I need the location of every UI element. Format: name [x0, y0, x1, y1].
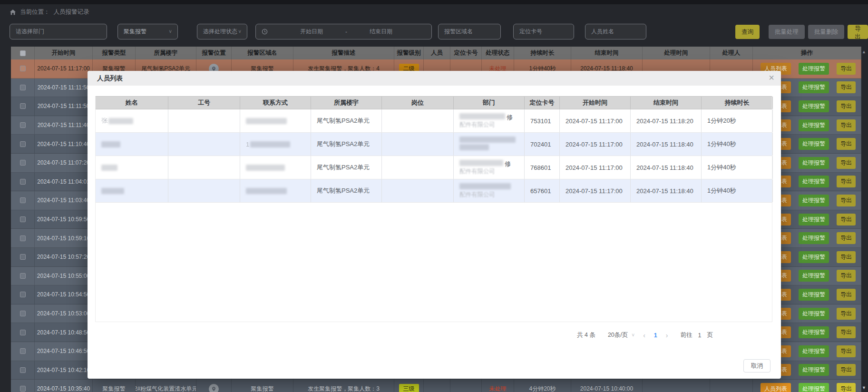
- export-row-button[interactable]: 导出: [837, 100, 856, 112]
- row-checkbox[interactable]: [20, 386, 26, 392]
- row-checkbox[interactable]: [20, 292, 26, 297]
- cancel-button[interactable]: 取消: [743, 359, 770, 372]
- process-alarm-button[interactable]: 处理报警: [799, 195, 829, 206]
- process-alarm-button[interactable]: 处理报警: [799, 251, 829, 263]
- process-alarm-button[interactable]: 处理报警: [799, 100, 829, 112]
- export-row-button[interactable]: 导出: [837, 308, 856, 320]
- redacted-text: [246, 165, 285, 171]
- row-checkbox[interactable]: [20, 197, 26, 203]
- department-line2: 配件有限公司: [459, 121, 513, 128]
- scroll-down-arrow[interactable]: ▼: [862, 385, 866, 390]
- goto-page-input[interactable]: 1: [698, 332, 701, 339]
- person-name-input[interactable]: 人员姓名: [585, 24, 646, 39]
- status-select[interactable]: 选择处理状态˅: [197, 24, 247, 39]
- alarm-area-input[interactable]: 报警区域名: [438, 24, 501, 39]
- export-row-button[interactable]: 导出: [837, 157, 856, 169]
- process-alarm-button[interactable]: 处理报警: [799, 157, 829, 169]
- location-pin-icon[interactable]: [209, 384, 219, 392]
- name-cell: [96, 156, 168, 179]
- process-alarm-button[interactable]: 处理报警: [799, 289, 829, 301]
- process-alarm-button[interactable]: 处理报警: [799, 326, 829, 338]
- export-row-button[interactable]: 导出: [837, 270, 856, 282]
- alarm-type-value: 聚集报警: [124, 28, 146, 36]
- personnel-column-header: 姓名: [96, 97, 168, 109]
- row-checkbox-cell: [11, 285, 35, 304]
- page-number-1[interactable]: 1: [654, 332, 657, 339]
- process-alarm-button[interactable]: 处理报警: [799, 345, 829, 357]
- date-separator: -: [345, 29, 347, 35]
- contact-ghost-text: 1: [246, 141, 249, 148]
- row-checkbox[interactable]: [20, 348, 26, 354]
- process-alarm-button[interactable]: 处理报警: [799, 81, 829, 93]
- row-checkbox[interactable]: [20, 85, 26, 90]
- row-checkbox[interactable]: [20, 273, 26, 279]
- export-row-button[interactable]: 导出: [837, 345, 856, 357]
- export-row-button[interactable]: 导出: [837, 176, 856, 187]
- export-button[interactable]: 导出: [848, 25, 868, 39]
- process-alarm-button[interactable]: 处理报警: [799, 308, 829, 320]
- process-alarm-button[interactable]: 处理报警: [799, 383, 829, 392]
- process-alarm-button[interactable]: 处理报警: [799, 270, 829, 282]
- export-row-button[interactable]: 导出: [837, 63, 856, 75]
- process-alarm-button[interactable]: 处理报警: [799, 176, 829, 187]
- contact-cell: 1: [240, 133, 311, 156]
- duration-cell: 1分钟40秒: [702, 179, 773, 202]
- duration-cell: 1分钟40秒: [702, 133, 773, 156]
- clock-icon: [262, 29, 268, 35]
- export-row-button[interactable]: 导出: [837, 364, 856, 376]
- select-all-checkbox[interactable]: [20, 50, 26, 56]
- batch-delete-button[interactable]: 批量删除: [808, 25, 844, 39]
- prev-page-button[interactable]: ‹: [643, 332, 645, 339]
- close-icon[interactable]: ×: [769, 73, 774, 82]
- process-alarm-button[interactable]: 处理报警: [799, 232, 829, 244]
- export-row-button[interactable]: 导出: [837, 81, 856, 93]
- row-checkbox[interactable]: [20, 235, 26, 241]
- batch-process-button[interactable]: 批量处理: [769, 25, 805, 39]
- row-checkbox[interactable]: [20, 330, 26, 335]
- redacted-text: [459, 144, 489, 150]
- export-row-button[interactable]: 导出: [837, 138, 856, 150]
- row-checkbox-cell: [11, 323, 35, 342]
- alarm-area-placeholder: 报警区域名: [444, 28, 473, 36]
- page-size-select[interactable]: 20条/页 ˅: [608, 331, 634, 339]
- personnel-list-button[interactable]: 人员列表: [761, 383, 791, 392]
- process-alarm-button[interactable]: 处理报警: [799, 138, 829, 150]
- export-row-button[interactable]: 导出: [837, 195, 856, 206]
- row-checkbox[interactable]: [20, 216, 26, 222]
- row-checkbox[interactable]: [20, 122, 26, 128]
- row-checkbox[interactable]: [20, 66, 26, 71]
- start-time-cell: 2024-07-15 10:53:00: [35, 304, 93, 323]
- export-row-button[interactable]: 导出: [837, 326, 856, 338]
- row-checkbox[interactable]: [20, 254, 26, 260]
- process-alarm-button[interactable]: 处理报警: [799, 364, 829, 376]
- name-cell: 张: [96, 109, 168, 132]
- row-checkbox[interactable]: [20, 311, 26, 316]
- column-header: 报警区域名: [232, 47, 293, 59]
- department-input[interactable]: 请选择部门: [10, 24, 107, 39]
- export-row-button[interactable]: 导出: [837, 214, 856, 225]
- export-row-button[interactable]: 导出: [837, 232, 856, 244]
- scroll-up-arrow[interactable]: ▲: [862, 49, 866, 54]
- building-cell: 2#粉煤气化装置渣水单元: [136, 380, 196, 392]
- process-alarm-button[interactable]: 处理报警: [799, 119, 829, 131]
- next-page-button[interactable]: ›: [666, 332, 668, 339]
- process-alarm-button[interactable]: 处理报警: [799, 214, 829, 225]
- row-checkbox[interactable]: [20, 179, 26, 185]
- row-checkbox-cell: [11, 342, 35, 361]
- row-checkbox[interactable]: [20, 141, 26, 147]
- search-button[interactable]: 查询: [735, 25, 760, 39]
- row-checkbox[interactable]: [20, 103, 26, 109]
- process-alarm-button[interactable]: 处理报警: [799, 63, 829, 75]
- export-row-button[interactable]: 导出: [837, 119, 856, 131]
- export-row-button[interactable]: 导出: [837, 383, 856, 392]
- row-actions: 人员列表处理报警导出: [753, 383, 861, 392]
- alarm-type-select[interactable]: 聚集报警˅: [117, 24, 178, 39]
- date-range-picker[interactable]: 开始日期 - 结束日期: [255, 24, 432, 39]
- card-number-input[interactable]: 定位卡号: [513, 24, 574, 39]
- row-checkbox[interactable]: [20, 367, 26, 373]
- job-number-cell: [168, 156, 240, 179]
- export-row-button[interactable]: 导出: [837, 289, 856, 301]
- chevron-down-icon: ˅: [169, 29, 172, 34]
- row-checkbox[interactable]: [20, 160, 26, 166]
- export-row-button[interactable]: 导出: [837, 251, 856, 263]
